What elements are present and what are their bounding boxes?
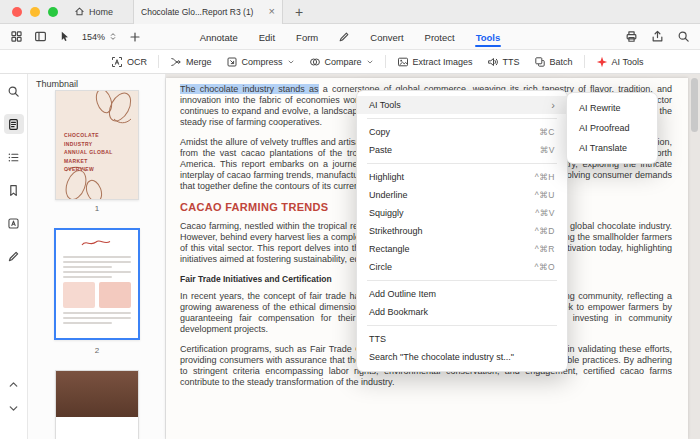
selected-text: The chocolate industry stands as: [180, 84, 319, 94]
print-icon[interactable]: [625, 30, 638, 43]
menu-item-label: Rectangle: [369, 244, 410, 254]
menu-item-ai-proofread[interactable]: AI Proofread: [567, 118, 657, 138]
fill-and-sign-icon[interactable]: [338, 31, 350, 43]
extract-images-icon: [397, 56, 409, 68]
text-line: [63, 312, 131, 314]
zoom-value: 154%: [82, 32, 105, 42]
panel-signature-button[interactable]: [4, 246, 24, 266]
close-window-button[interactable]: [12, 7, 22, 17]
menu-item-label: Underline: [369, 190, 408, 200]
tts-label: TTS: [503, 57, 520, 67]
menu-item-paste[interactable]: Paste ⌘V: [357, 141, 567, 159]
menu-item-copy[interactable]: Copy ⌘C: [357, 123, 567, 141]
callout-boxes: [63, 282, 131, 308]
callout-box: [63, 282, 95, 308]
close-tab-icon[interactable]: ×: [269, 6, 275, 17]
page-number-label-1: 1: [28, 204, 166, 213]
page-thumbnail-2-selected[interactable]: [54, 228, 140, 340]
panel-outline-button[interactable]: [4, 147, 24, 167]
page-thumbnail-1[interactable]: CHOCOLATE INDUSTRY ANNUAL GLOBAL MARKET …: [55, 90, 139, 200]
document-tab[interactable]: Chocolate Glo...Report R3 (1) ×: [133, 0, 283, 24]
menu-item-squiggly[interactable]: Squiggly ^⌘V: [357, 204, 567, 222]
menu-item-tts[interactable]: TTS: [357, 330, 567, 348]
menu-tools[interactable]: Tools: [475, 28, 502, 47]
callout-box: [99, 282, 131, 308]
grid-view-icon[interactable]: [10, 30, 23, 43]
menu-item-ai-translate[interactable]: AI Translate: [567, 138, 657, 158]
ai-tools-submenu: AI Rewrite AI Proofread AI Translate: [566, 92, 658, 164]
page-up-button[interactable]: [7, 378, 20, 391]
text-line: [63, 271, 131, 273]
window-controls: [12, 7, 58, 17]
menu-separator: [367, 325, 557, 326]
minimize-window-button[interactable]: [30, 7, 40, 17]
new-tab-button[interactable]: +: [295, 5, 303, 19]
ai-tools-button[interactable]: AI Tools: [589, 54, 651, 70]
cursor-tool-icon[interactable]: [58, 30, 71, 43]
zoom-stepper-icon[interactable]: [108, 31, 118, 42]
menu-item-label: AI Tools: [369, 100, 401, 110]
home-label: Home: [89, 7, 113, 17]
zoom-control[interactable]: 154%: [82, 31, 118, 42]
panel-bookmarks-button[interactable]: [4, 180, 24, 200]
panel-thumbnails-button[interactable]: [4, 114, 24, 134]
menu-protect[interactable]: Protect: [424, 28, 456, 47]
menu-item-circle[interactable]: Circle ^⌘O: [357, 258, 567, 276]
menu-item-add-bookmark[interactable]: Add Bookmark: [357, 303, 567, 321]
menu-edit[interactable]: Edit: [258, 28, 276, 47]
signature-icon: [7, 250, 20, 263]
bookmark-icon: [7, 184, 20, 197]
merge-button[interactable]: Merge: [163, 54, 219, 70]
search-icon[interactable]: [677, 30, 690, 43]
outline-icon: [7, 151, 20, 164]
page-number-label-2: 2: [28, 346, 166, 355]
app-window: Home Chocolate Glo...Report R3 (1) × + 1…: [0, 0, 700, 439]
batch-button[interactable]: Batch: [527, 54, 580, 70]
text-line: [63, 256, 131, 258]
menu-annotate[interactable]: Annotate: [199, 28, 239, 47]
page-thumbnail-3[interactable]: [55, 370, 139, 439]
zoom-in-icon[interactable]: [129, 31, 141, 43]
menu-item-strikethrough[interactable]: Strikethrough ^⌘D: [357, 222, 567, 240]
vertical-scrollbar-thumb[interactable]: [691, 78, 698, 132]
compress-button[interactable]: Compress: [219, 54, 302, 70]
page-down-button[interactable]: [7, 402, 20, 415]
compare-label: Compare: [325, 57, 362, 67]
main-toolbar: 154% Annotate Edit Form Convert Protect …: [0, 24, 700, 50]
panel-annotations-button[interactable]: [4, 213, 24, 233]
chocolate-photo: [56, 371, 138, 417]
menu-item-underline[interactable]: Underline ^⌘U: [357, 186, 567, 204]
toolbar-separator: [385, 55, 386, 68]
sidebar-toggle-icon[interactable]: [34, 30, 47, 43]
menu-item-label: Copy: [369, 127, 390, 137]
ocr-button[interactable]: OCR: [104, 54, 154, 70]
tts-button[interactable]: TTS: [480, 54, 527, 70]
menu-form[interactable]: Form: [295, 28, 319, 47]
script-heading-art: [56, 237, 138, 249]
menu-item-ai-tools[interactable]: AI Tools ›: [357, 96, 567, 114]
chevron-down-icon: [366, 58, 374, 66]
ai-tools-label: AI Tools: [612, 57, 644, 67]
menu-convert[interactable]: Convert: [369, 28, 404, 47]
toolbar-separator: [158, 55, 159, 68]
ocr-icon: [111, 56, 123, 68]
home-button[interactable]: Home: [74, 6, 113, 17]
toolbar-right-actions: [625, 30, 690, 43]
text-line: [63, 322, 112, 324]
extract-images-button[interactable]: Extract Images: [390, 54, 480, 70]
menu-item-search-selection[interactable]: Search "The chocolate industry st...": [357, 348, 567, 366]
share-icon[interactable]: [651, 30, 664, 43]
menu-item-rectangle[interactable]: Rectangle ^⌘R: [357, 240, 567, 258]
menu-item-highlight[interactable]: Highlight ^⌘H: [357, 168, 567, 186]
menu-item-ai-rewrite[interactable]: AI Rewrite: [567, 98, 657, 118]
compare-button[interactable]: Compare: [302, 54, 381, 70]
zoom-window-button[interactable]: [48, 7, 58, 17]
menu-item-add-outline-item[interactable]: Add Outline Item: [357, 285, 567, 303]
ai-tools-icon: [596, 56, 608, 68]
view-controls: 154%: [10, 30, 141, 43]
panel-search-button[interactable]: [4, 81, 24, 101]
ocr-label: OCR: [127, 57, 147, 67]
menu-separator: [367, 163, 557, 164]
text-line: [63, 317, 131, 319]
batch-label: Batch: [550, 57, 573, 67]
